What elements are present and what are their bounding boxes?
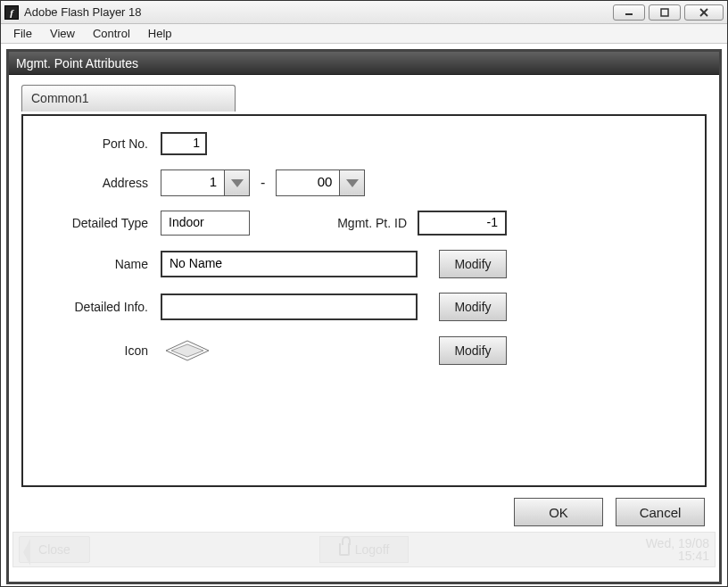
- address-sub-dropdown[interactable]: [340, 169, 365, 196]
- minimize-button[interactable]: [613, 4, 645, 21]
- close-window-button[interactable]: [684, 4, 724, 21]
- window-title: Adobe Flash Player 18: [24, 5, 613, 19]
- address-sub-value: 00: [276, 169, 340, 196]
- address-main-value: 1: [161, 169, 225, 196]
- status-date: Wed, 19/08: [638, 537, 709, 550]
- mgmt-pt-id-field: -1: [418, 211, 507, 236]
- label-port-no: Port No.: [45, 136, 161, 151]
- window-titlebar: f Adobe Flash Player 18: [1, 1, 727, 24]
- status-time: 15:41: [638, 550, 709, 562]
- close-icon: [698, 8, 710, 17]
- tab-common1[interactable]: Common1: [21, 85, 236, 112]
- minimize-icon: [624, 8, 634, 17]
- label-address: Address: [45, 176, 161, 190]
- attributes-panel: Port No. 1 Address 1 - 00 Detailed Type …: [21, 114, 707, 487]
- name-field: No Name: [161, 251, 418, 277]
- maximize-button[interactable]: [649, 4, 681, 21]
- status-bar: Close Logoff Wed, 19/08 15:41: [12, 532, 716, 567]
- address-separator: -: [250, 175, 276, 191]
- label-detailed-info: Detailed Info.: [45, 300, 161, 314]
- address-main-combo[interactable]: 1: [161, 169, 250, 196]
- port-no-field: 1: [161, 132, 207, 155]
- modify-icon-button[interactable]: Modify: [439, 336, 507, 365]
- indoor-unit-icon: [162, 337, 212, 364]
- address-main-dropdown[interactable]: [225, 169, 250, 196]
- status-logoff-label: Logoff: [355, 542, 390, 557]
- dialog-title: Mgmt. Point Attributes: [9, 52, 719, 75]
- menu-view[interactable]: View: [41, 24, 84, 43]
- svg-rect-1: [661, 9, 668, 16]
- address-sub-combo[interactable]: 00: [276, 169, 365, 196]
- icon-preview: [161, 335, 214, 366]
- detailed-info-field: [161, 294, 418, 320]
- menu-file[interactable]: File: [4, 24, 41, 43]
- status-close-button[interactable]: Close: [19, 536, 90, 563]
- label-icon: Icon: [45, 343, 161, 358]
- detailed-type-field: Indoor: [161, 211, 250, 236]
- chevron-down-icon: [231, 179, 244, 187]
- cancel-button[interactable]: Cancel: [616, 498, 705, 526]
- collapse-icon: [23, 539, 30, 566]
- label-mgmt-pt-id: Mgmt. Pt. ID: [310, 216, 418, 230]
- status-datetime: Wed, 19/08 15:41: [638, 537, 709, 562]
- chevron-down-icon: [346, 179, 359, 187]
- menu-control[interactable]: Control: [84, 24, 139, 43]
- modify-name-button[interactable]: Modify: [439, 250, 507, 278]
- label-detailed-type: Detailed Type: [45, 216, 161, 230]
- lock-icon: [339, 543, 350, 556]
- menubar: File View Control Help: [1, 24, 727, 44]
- app-frame: Mgmt. Point Attributes Common1 Port No. …: [6, 49, 722, 584]
- flash-app-icon: f: [4, 5, 19, 20]
- label-name: Name: [45, 257, 161, 271]
- menu-help[interactable]: Help: [139, 24, 181, 43]
- status-logoff-button[interactable]: Logoff: [319, 536, 409, 563]
- maximize-icon: [659, 8, 670, 17]
- ok-button[interactable]: OK: [514, 498, 603, 526]
- tabs-area: Common1: [9, 75, 719, 114]
- modify-detailed-info-button[interactable]: Modify: [439, 293, 507, 321]
- dialog-button-row: OK Cancel: [9, 494, 719, 532]
- status-close-label: Close: [38, 542, 70, 557]
